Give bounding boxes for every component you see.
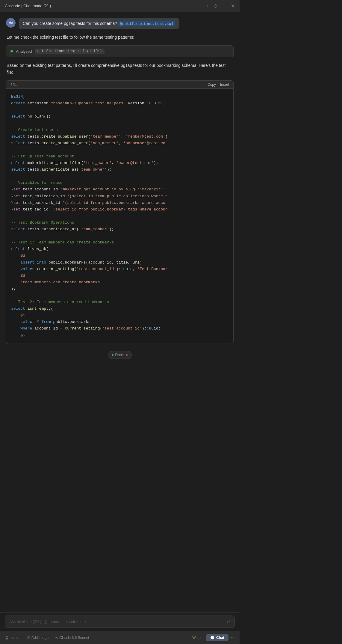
code-actions: Copy Insert: [208, 82, 229, 87]
mention-button[interactable]: @ mention: [5, 636, 22, 640]
analyzed-label: Analyzed: [16, 49, 32, 54]
assistant-intro: Let me check the existing test file to f…: [6, 34, 234, 40]
user-bubble: Can you create some pgTap tests for this…: [19, 18, 179, 29]
code-block-header: sql Copy Insert: [6, 81, 233, 89]
title-bar-right: + ⊙ ··· ✕: [206, 3, 235, 9]
bottom-bar-left: @ mention ⊞ Add images ∿ Claude 3.5 Sonn…: [5, 636, 89, 640]
user-text-before: Can you create some pgTap tests for this…: [23, 21, 117, 26]
user-message-row: Me Can you create some pgTap tests for t…: [6, 18, 234, 29]
chat-label: Chat: [216, 636, 224, 640]
more-icon[interactable]: ···: [222, 3, 226, 9]
add-images-button[interactable]: ⊞ Add images: [27, 636, 50, 640]
model-selector[interactable]: ∿ Claude 3.5 Sonnet: [55, 636, 89, 640]
avatar: Me: [6, 18, 16, 28]
code-block: sql Copy Insert BEGIN; create extension …: [6, 80, 234, 344]
done-badge-container: Done ×: [6, 351, 234, 359]
code-lang: sql: [10, 82, 17, 87]
chat-body: Me Can you create some pgTap tests for t…: [0, 12, 240, 612]
chat-button[interactable]: Chat: [206, 634, 228, 641]
write-button[interactable]: Write: [189, 634, 204, 641]
title-bar: Cascade | Chat mode (⌘.) + ⊙ ··· ✕: [0, 0, 240, 12]
close-icon[interactable]: ✕: [231, 3, 235, 9]
code-content: BEGIN; create extension "basejump-supaba…: [6, 89, 233, 343]
done-label: Done: [115, 353, 124, 357]
title-bar-left: Cascade | Chat mode (⌘.): [5, 4, 51, 8]
return-icon: ↵: [226, 619, 230, 625]
analyzed-dot: [10, 50, 13, 52]
done-close[interactable]: ×: [125, 353, 128, 357]
more-options-button[interactable]: ···: [231, 635, 235, 640]
model-icon: ∿: [55, 636, 58, 640]
history-icon[interactable]: ⊙: [214, 3, 217, 9]
model-label: Claude 3.5 Sonnet: [59, 636, 89, 640]
bottom-bar-right: Write Chat ···: [189, 634, 235, 641]
analyzed-file: notifications.test.sql:(1-101): [35, 49, 104, 54]
done-badge: Done ×: [108, 351, 132, 359]
images-icon: ⊞: [27, 636, 30, 640]
mention-label: mention: [10, 636, 22, 640]
chat-icon: [210, 636, 214, 640]
at-icon: @: [5, 636, 8, 640]
input-area: Ask anything (⌘L), @ to mention code blo…: [0, 612, 240, 631]
user-mention: @notifications.test.sql: [118, 21, 175, 26]
add-icon[interactable]: +: [206, 3, 208, 9]
images-label: Add images: [31, 636, 50, 640]
copy-button[interactable]: Copy: [208, 82, 216, 87]
input-box[interactable]: Ask anything (⌘L), @ to mention code blo…: [5, 616, 235, 628]
app-title: Cascade | Chat mode (⌘.): [5, 4, 51, 8]
bottom-bar: @ mention ⊞ Add images ∿ Claude 3.5 Sonn…: [0, 631, 240, 644]
done-dot: [112, 354, 114, 356]
input-placeholder: Ask anything (⌘L), @ to mention code blo…: [9, 619, 88, 624]
insert-button[interactable]: Insert: [220, 82, 229, 87]
assistant-body: Based on the existing test patterns, I'l…: [6, 62, 234, 76]
analyzed-box: Analyzed notifications.test.sql:(1-101): [6, 45, 234, 57]
